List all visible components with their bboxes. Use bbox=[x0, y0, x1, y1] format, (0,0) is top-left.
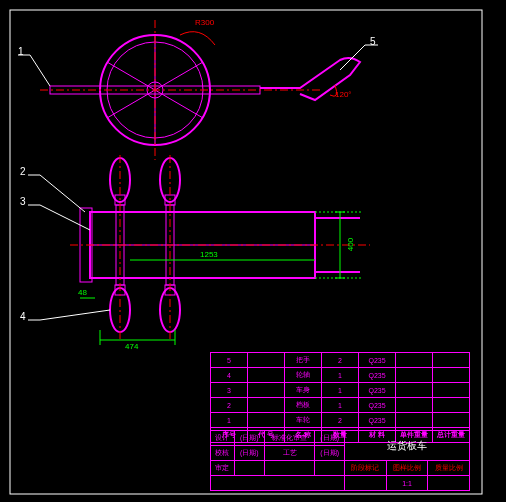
scale-value: 1:1 bbox=[386, 476, 428, 491]
angle-bend: 120° bbox=[335, 90, 352, 99]
product-name: 运货板车 bbox=[345, 431, 470, 461]
svg-line-35 bbox=[40, 310, 110, 320]
dim-overhang: 48 bbox=[78, 288, 87, 297]
leader-1: 1 bbox=[18, 46, 24, 57]
dim-width: 474 bbox=[125, 342, 138, 351]
leader-3: 3 bbox=[20, 196, 26, 207]
angle-radius: R300 bbox=[195, 18, 214, 27]
leader-2: 2 bbox=[20, 166, 26, 177]
bom-row: 5把手2Q235 bbox=[211, 353, 470, 368]
bom-row: 2档板1Q235 bbox=[211, 398, 470, 413]
bom-row: 3车身1Q235 bbox=[211, 383, 470, 398]
top-view bbox=[18, 20, 378, 160]
leader-4: 4 bbox=[20, 311, 26, 322]
dim-height: 400 bbox=[346, 238, 355, 251]
svg-line-31 bbox=[40, 175, 85, 212]
bom-row: 1车轮2Q235 bbox=[211, 413, 470, 428]
svg-line-9 bbox=[30, 55, 50, 86]
dim-length: 1253 bbox=[200, 250, 218, 259]
cad-canvas: 1 5 2 3 4 R300 120° 474 1253 48 400 5把手2… bbox=[0, 0, 506, 502]
leader-5: 5 bbox=[370, 36, 376, 47]
svg-line-11 bbox=[340, 45, 365, 70]
front-view bbox=[28, 155, 370, 345]
title-block: 设计(日期) 标准化审查(日期) 运货板车 校核(日期) 工艺(日期) 审定 阶… bbox=[210, 430, 470, 491]
bom-row: 4轮轴1Q235 bbox=[211, 368, 470, 383]
svg-line-33 bbox=[40, 205, 90, 230]
